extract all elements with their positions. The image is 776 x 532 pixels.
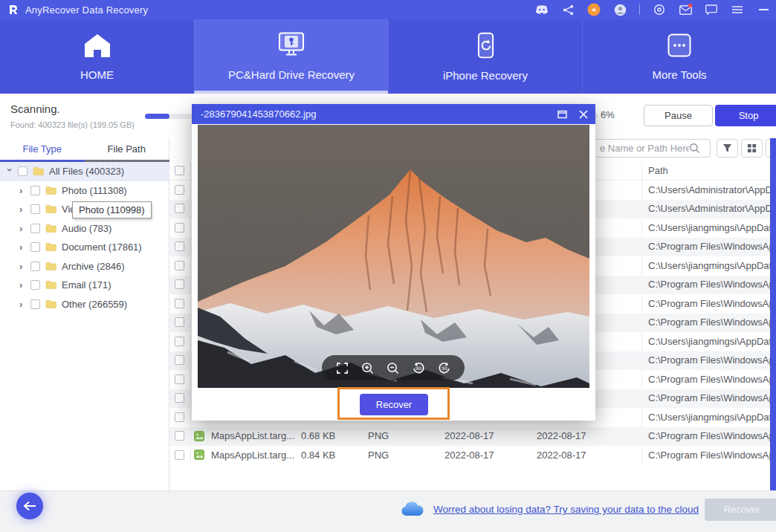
tree-item[interactable]: › Photo (111308) <box>0 181 169 201</box>
zoom-out-icon[interactable] <box>387 362 399 374</box>
nav-more-tools[interactable]: More Tools <box>582 19 776 94</box>
monitor-key-icon <box>276 32 307 62</box>
nav-pc-hard-drive-recovery[interactable]: PC&Hard Drive Recovery <box>194 19 388 94</box>
file-path-cell: C:\Program Files\WindowsApp <box>648 317 772 328</box>
tree-item[interactable]: › Email (171) <box>0 276 169 295</box>
row-checkbox[interactable] <box>175 431 184 441</box>
folder-icon <box>45 204 56 214</box>
row-checkbox[interactable] <box>175 393 184 403</box>
discord-icon[interactable] <box>535 3 549 16</box>
stop-button[interactable]: Stop <box>715 105 776 126</box>
row-checkbox[interactable] <box>175 450 184 460</box>
footer-bar: Worred about losing data? Try saving you… <box>0 490 776 532</box>
target-icon[interactable] <box>653 3 666 16</box>
tree-item-label: Other (266559) <box>62 299 127 310</box>
chevron-right-icon[interactable]: › <box>19 186 25 195</box>
file-path-cell: C:\Program Files\WindowsApp <box>648 298 772 309</box>
row-checkbox[interactable] <box>175 241 184 251</box>
tree-item[interactable]: › Audio (783) <box>0 219 169 239</box>
minimize-icon[interactable] <box>757 3 770 16</box>
chevron-right-icon[interactable]: › <box>5 169 15 175</box>
row-checkbox[interactable] <box>175 317 184 327</box>
tree-checkbox[interactable] <box>30 242 40 252</box>
row-checkbox[interactable] <box>175 337 184 346</box>
tree-checkbox[interactable] <box>30 186 40 195</box>
chevron-right-icon[interactable]: › <box>19 280 25 290</box>
tree-item[interactable]: › Other (266559) <box>0 295 169 314</box>
chat-icon[interactable] <box>705 3 718 16</box>
zoom-in-icon[interactable] <box>361 362 374 374</box>
folder-icon <box>45 280 56 290</box>
tree-checkbox[interactable] <box>30 299 40 309</box>
main-nav: HOME PC&Hard Drive Recovery iPhone Recov… <box>0 19 776 94</box>
back-button[interactable] <box>16 493 43 519</box>
tree-checkbox[interactable] <box>30 280 40 290</box>
modal-recover-button[interactable]: Recover <box>360 394 428 415</box>
share-icon[interactable] <box>561 3 575 16</box>
search-input[interactable] <box>594 143 689 154</box>
grid-view-button[interactable] <box>741 139 763 158</box>
row-checkbox[interactable] <box>175 204 184 213</box>
tree-item[interactable]: › All Files (400323) <box>0 162 169 181</box>
menu-icon[interactable] <box>731 3 744 16</box>
mail-icon[interactable] <box>679 3 692 16</box>
tab-file-type[interactable]: File Type <box>0 138 85 162</box>
titlebar-icons <box>535 0 770 19</box>
maximize-icon[interactable] <box>557 110 567 119</box>
footer-recover-button[interactable]: Recover <box>705 499 776 521</box>
file-path-cell: C:\Users\Administrator\AppDa <box>648 184 772 195</box>
row-checkbox[interactable] <box>175 355 184 365</box>
nav-home[interactable]: HOME <box>0 19 194 94</box>
tree-checkbox[interactable] <box>18 166 28 176</box>
select-all-checkbox[interactable] <box>175 166 184 175</box>
row-checkbox[interactable] <box>175 279 184 289</box>
fullscreen-icon[interactable] <box>336 362 349 374</box>
row-checkbox[interactable] <box>175 412 184 422</box>
app-window: AnyRecover Data Recovery <box>0 0 776 532</box>
account-icon[interactable] <box>613 3 627 16</box>
nav-iphone-recovery[interactable]: iPhone Recovery <box>388 19 582 94</box>
nav-more-tools-label: More Tools <box>652 68 706 81</box>
rotate-left-icon[interactable]: 90 <box>412 361 425 374</box>
created-date-cell: 2022-08-17 <box>537 430 586 441</box>
cloud-save-link[interactable]: Worred about losing data? Try saving you… <box>433 504 699 515</box>
chevron-right-icon[interactable]: › <box>19 299 25 309</box>
tree-item[interactable]: › Document (17861) <box>0 238 169 257</box>
row-checkbox[interactable] <box>175 299 184 308</box>
promo-icon[interactable] <box>587 3 601 16</box>
chevron-right-icon[interactable]: › <box>19 204 25 214</box>
tree-item[interactable]: › Archive (2846) <box>0 257 169 276</box>
tree-checkbox[interactable] <box>30 204 40 214</box>
row-checkbox[interactable] <box>175 374 184 384</box>
file-path-cell: C:\Program Files\WindowsApp <box>648 241 772 252</box>
file-path-cell: C:\Program Files\WindowsAp <box>648 450 772 461</box>
titlebar-divider <box>639 4 640 15</box>
folder-icon <box>45 224 56 233</box>
chevron-right-icon[interactable]: › <box>19 242 25 252</box>
pause-button[interactable]: Pause <box>644 105 713 126</box>
close-icon[interactable] <box>579 110 588 119</box>
tree-item-label: Archive (2846) <box>62 261 125 272</box>
table-row[interactable]: MapsAppList.targ... 0.68 KB PNG 2022-08-… <box>169 427 776 447</box>
tree-checkbox[interactable] <box>30 262 40 271</box>
search-icon[interactable] <box>689 143 700 154</box>
rotate-right-icon[interactable]: 90 <box>438 361 451 374</box>
folder-icon <box>45 242 56 252</box>
vertical-scrollbar[interactable] <box>770 138 776 490</box>
chevron-right-icon[interactable]: › <box>19 262 25 271</box>
tab-file-path[interactable]: File Path <box>85 138 169 162</box>
modified-date-cell: 2022-08-17 <box>444 430 494 441</box>
file-path-cell: C:\Users\jiangmingsi\AppData <box>648 412 772 423</box>
tree-checkbox[interactable] <box>30 224 40 233</box>
tooltip: Photo (110998) <box>72 201 152 218</box>
row-checkbox[interactable] <box>175 261 184 270</box>
row-checkbox[interactable] <box>175 223 184 233</box>
chevron-right-icon[interactable]: › <box>19 224 25 233</box>
table-row[interactable]: MapsAppList.targ... 0.84 KB PNG 2022-08-… <box>169 446 776 465</box>
tree-item-label: Email (171) <box>62 279 111 291</box>
scan-progress-thumb <box>145 114 169 119</box>
nav-home-label: HOME <box>80 68 114 81</box>
row-checkbox[interactable] <box>175 185 184 195</box>
titlebar: AnyRecover Data Recovery <box>0 0 776 19</box>
filter-button[interactable] <box>717 139 738 158</box>
